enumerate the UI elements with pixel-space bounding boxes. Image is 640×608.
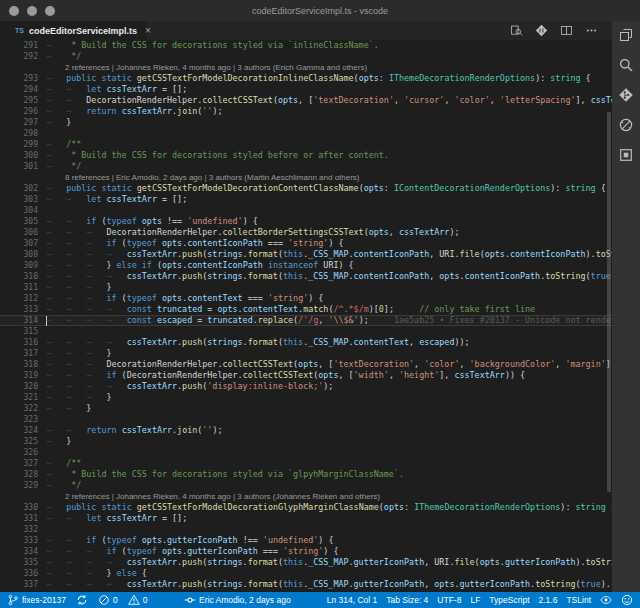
code-line[interactable]: 295→→DecorationRenderHelper.collectCSSTe… — [0, 95, 612, 106]
code-text[interactable]: →} — [46, 436, 612, 447]
code-line[interactable]: 307→→→if (typeof opts.contentIconPath ==… — [0, 238, 612, 249]
explorer-icon[interactable] — [618, 27, 634, 43]
line-number[interactable]: 326 — [0, 447, 46, 458]
line-number[interactable]: 304 — [0, 205, 46, 216]
codelens-text[interactable]: 2 references | Johannes Rieken, 4 months… — [46, 62, 612, 73]
code-line[interactable]: 306→→→DecorationRenderHelper.collectBord… — [0, 227, 612, 238]
scrollbar-thumb[interactable] — [607, 112, 611, 492]
code-text[interactable]: →→→} — [46, 348, 612, 359]
code-text[interactable] — [46, 447, 612, 458]
line-number[interactable]: 324 — [0, 425, 46, 436]
line-number[interactable]: 305 — [0, 216, 46, 227]
line-number[interactable]: 321 — [0, 392, 46, 403]
code-line[interactable]: 303→→let cssTextArr = []; — [0, 194, 612, 205]
code-text[interactable]: →→→if (typeof opts.contentText === 'stri… — [46, 293, 612, 304]
status-gitlens-blame[interactable]: Eric Amodio, 2 days ago — [184, 594, 291, 606]
line-number[interactable]: 330 — [0, 502, 46, 513]
code-line[interactable]: 304 — [0, 205, 612, 216]
code-text[interactable]: →→} — [46, 403, 612, 414]
line-number[interactable]: 295 — [0, 95, 46, 106]
line-number[interactable]: 302 — [0, 183, 46, 194]
code-text[interactable]: →→→→cssTextArr.push(strings.format(this.… — [46, 579, 612, 590]
status-language-mode[interactable]: TypeScript — [489, 595, 529, 605]
status-git-branch[interactable]: fixes-20137 — [7, 594, 66, 606]
code-line[interactable]: 326 — [0, 447, 612, 458]
code-line[interactable]: 305→→if (typeof opts !== 'undefined') { — [0, 216, 612, 227]
code-text[interactable]: →→if (typeof opts !== 'undefined') { — [46, 216, 612, 227]
code-line[interactable]: 330→public static getCSSTextForModelDeco… — [0, 502, 612, 513]
code-text[interactable] — [46, 326, 612, 337]
code-line[interactable]: 298 — [0, 128, 612, 139]
code-line[interactable]: 302→public static getCSSTextForModelDeco… — [0, 183, 612, 194]
code-line[interactable]: 319→→→if (DecorationRenderHelper.collect… — [0, 370, 612, 381]
close-tab-icon[interactable]: × — [145, 25, 151, 36]
code-text[interactable]: →→return cssTextArr.join(''); — [46, 425, 612, 436]
line-number[interactable]: 291 — [0, 40, 46, 51]
code-line[interactable]: 310→→→→cssTextArr.push(strings.format(th… — [0, 271, 612, 282]
code-text[interactable] — [46, 414, 612, 425]
code-line[interactable]: 299→/** — [0, 139, 612, 150]
minimize-window-button[interactable] — [27, 6, 37, 16]
code-text[interactable]: →→→} else { — [46, 568, 612, 579]
code-line[interactable]: 323 — [0, 414, 612, 425]
code-text[interactable]: → */ — [46, 480, 612, 491]
code-text[interactable]: →public static getCSSTextForModelDecorat… — [46, 73, 612, 84]
codelens-text[interactable]: 8 references | Eric Amodio, 2 days ago |… — [46, 172, 612, 183]
line-number[interactable]: 327 — [0, 458, 46, 469]
line-number[interactable]: 301 — [0, 161, 46, 172]
source-control-icon[interactable] — [618, 87, 634, 103]
line-number[interactable]: 313 — [0, 304, 46, 315]
line-number[interactable]: 336 — [0, 568, 46, 579]
code-text[interactable]: →→→if (DecorationRenderHelper.collectCSS… — [46, 370, 612, 381]
line-number[interactable]: 329 — [0, 480, 46, 491]
open-preview-icon[interactable] — [510, 24, 523, 37]
code-line[interactable]: 313→→→→const truncated = opts.contentTex… — [0, 304, 612, 315]
status-sync[interactable] — [76, 594, 88, 606]
code-line[interactable]: 308→→→→cssTextArr.push(strings.format(th… — [0, 249, 612, 260]
code-text[interactable]: → * Build the CSS for decorations styled… — [46, 469, 612, 480]
line-number[interactable]: 307 — [0, 238, 46, 249]
code-text[interactable]: → */ — [46, 51, 612, 62]
code-text[interactable]: →→→} — [46, 392, 612, 403]
code-text[interactable]: →public static getCSSTextForModelDecorat… — [46, 183, 612, 194]
line-number[interactable]: 294 — [0, 84, 46, 95]
git-compare-icon[interactable] — [535, 24, 548, 37]
line-number[interactable]: 335 — [0, 557, 46, 568]
close-window-button[interactable] — [9, 6, 19, 16]
line-number[interactable]: 316 — [0, 337, 46, 348]
line-number[interactable]: 310 — [0, 271, 46, 282]
code-line[interactable]: 337→→→→cssTextArr.push(strings.format(th… — [0, 579, 612, 590]
line-number[interactable]: 315 — [0, 326, 46, 337]
line-number[interactable]: 328 — [0, 469, 46, 480]
status-warnings[interactable]: 0 — [128, 594, 148, 606]
codelens-row[interactable]: 2 references | Johannes Rieken, 4 months… — [0, 62, 612, 73]
line-number[interactable]: 300 — [0, 150, 46, 161]
status-line-col[interactable]: Ln 314, Col 1 — [327, 595, 378, 605]
code-line[interactable]: 311→→→} — [0, 282, 612, 293]
code-text[interactable]: →/** — [46, 458, 612, 469]
code-text[interactable]: →→DecorationRenderHelper.collectCSSText(… — [46, 95, 612, 106]
code-line[interactable]: 329→ */ — [0, 480, 612, 491]
code-text[interactable]: →→→if (typeof opts.gutterIconPath === 's… — [46, 546, 612, 557]
code-line[interactable]: 335→→→→cssTextArr.push(strings.format(th… — [0, 557, 612, 568]
code-text[interactable]: →→→→const escaped = truncated.replace(/'… — [46, 315, 612, 326]
extensions-icon[interactable] — [618, 147, 634, 163]
code-line[interactable]: 300→ * Build the CSS for decorations sty… — [0, 150, 612, 161]
codelens-row[interactable]: 2 references | Johannes Rieken, 4 months… — [0, 491, 612, 502]
code-text[interactable] — [46, 128, 612, 139]
line-number[interactable]: 317 — [0, 348, 46, 359]
code-text[interactable] — [46, 524, 612, 535]
line-number[interactable]: 297 — [0, 117, 46, 128]
code-text[interactable]: →→→DecorationRenderHelper.collectCSSText… — [46, 359, 612, 370]
status-ts-version[interactable]: 2.1.6 — [539, 595, 558, 605]
tab-codeeditorserviceimpl[interactable]: TS codeEditorServiceImpl.ts × — [0, 21, 147, 40]
codelens-text[interactable]: 2 references | Johannes Rieken, 4 months… — [46, 491, 612, 502]
status-errors[interactable]: 0 — [98, 594, 118, 606]
code-line[interactable]: 327→/** — [0, 458, 612, 469]
line-number[interactable]: 299 — [0, 139, 46, 150]
line-number[interactable]: 325 — [0, 436, 46, 447]
status-tab-size[interactable]: Tab Size: 4 — [386, 595, 428, 605]
code-line[interactable]: 317→→→} — [0, 348, 612, 359]
code-line[interactable]: 318→→→DecorationRenderHelper.collectCSST… — [0, 359, 612, 370]
line-number[interactable]: 334 — [0, 546, 46, 557]
